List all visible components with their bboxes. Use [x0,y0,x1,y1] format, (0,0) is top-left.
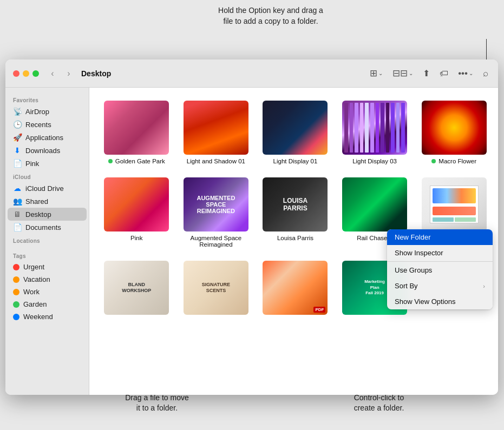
file-item-signature[interactable]: SIGNATURESCENTS [178,256,255,322]
group-chevron-icon: ⌄ [409,70,413,76]
sidebar-item-vacation[interactable]: Vacation [8,273,87,286]
file-label: Light Display 01 [273,158,318,164]
file-item-golden-gate-park[interactable]: Golden Gate Park [98,96,175,169]
sidebar-item-airdrop[interactable]: 📡 AirDrop [8,105,87,118]
main-content: Golden Gate Park Light and Shadow 01 Lig… [89,88,498,395]
documents-icon: 📄 [13,223,22,231]
file-item-pink[interactable]: Pink [98,173,175,252]
traffic-lights [13,70,39,77]
sidebar-label: Documents [25,223,61,231]
sidebar-item-documents[interactable]: 📄 Documents [8,221,87,234]
thumbnail-preview [422,177,487,231]
stripe [386,103,390,153]
sidebar-item-pink[interactable]: 📄 Pink [8,157,87,170]
view-chevron-icon: ⌄ [378,70,383,76]
sidebar-section-favorites: Favorites [5,93,89,105]
thumbnail-light-shadow [184,101,248,155]
thumbnail-pink [104,177,169,231]
sidebar-item-shared[interactable]: 👥 Shared [8,195,87,208]
sidebar-label: Shared [25,197,48,206]
sig-text: SIGNATURESCENTS [202,282,230,294]
thumbnail-macro-flower [422,101,487,155]
desktop-icon: 🖥 [13,210,22,219]
ellipsis-icon: ••• [458,68,468,79]
sidebar-item-urgent[interactable]: Urgent [8,261,87,273]
file-label: Louisa Parris [277,235,313,241]
context-menu-show-view-options[interactable]: Show View Options [387,294,493,309]
recents-icon: 🕒 [13,120,22,129]
garden-dot [13,301,19,308]
file-label: Augmented Space Reimagined [181,235,251,248]
minimize-button[interactable] [23,70,29,77]
sidebar-label: Recents [25,121,51,129]
sidebar-item-recents[interactable]: 🕒 Recents [8,118,87,131]
sidebar-label: Pink [25,160,39,168]
annotation-bottom-right: Control-click to create a folder. [325,393,433,414]
context-menu-sort-by[interactable]: Sort By › [387,278,493,294]
file-item-louisa[interactable]: LOUISAPARRIS Louisa Parris [257,173,334,252]
thumbnail-signature: SIGNATURESCENTS [184,261,248,315]
sidebar-label: Weekend [23,313,53,321]
file-item-light-shadow[interactable]: Light and Shadow 01 [178,96,255,169]
file-item-light-display-03[interactable]: Light Display 03 [336,96,414,169]
stripe [360,103,364,153]
sidebar-item-weekend[interactable]: Weekend [8,310,87,323]
grid-icon: ⊞ [370,68,377,79]
preview-doc-inner [430,186,479,223]
more-button[interactable]: ••• ⌄ [456,66,475,81]
share-icon: ⬆ [423,68,430,78]
context-menu-use-groups[interactable]: Use Groups [387,262,493,278]
sidebar-item-desktop[interactable]: 🖥 Desktop [8,208,87,221]
stripe [391,103,395,153]
file-item-macro-flower[interactable]: Macro Flower [415,96,493,169]
sidebar-label: iCloud Drive [25,184,64,193]
thumbnail-light-display-03 [342,101,407,155]
group-icon: ⊟⊟ [392,68,408,79]
use-groups-label: Use Groups [395,266,432,274]
stripe [350,103,354,153]
tag-button[interactable]: 🏷 [437,67,450,81]
stripe [365,103,369,153]
sidebar-label: Applications [25,134,63,142]
context-menu-show-inspector[interactable]: Show Inspector [387,245,493,261]
group-view-button[interactable]: ⊟⊟ ⌄ [390,65,415,81]
sort-by-chevron-icon: › [483,283,485,289]
forward-button[interactable]: › [63,68,75,80]
sidebar-item-icloud-drive[interactable]: ☁ iCloud Drive [8,182,87,195]
sidebar-label: AirDrop [25,108,49,116]
louisa-text: LOUISAPARRIS [283,197,307,213]
sidebar-label: Urgent [23,263,44,271]
stripe [396,103,400,153]
close-button[interactable] [13,70,19,77]
thumbnail-augmented: AUGMENTEDSPACEREIMAGINED [184,177,248,231]
file-label: Golden Gate Park [108,158,165,164]
file-item-farmers[interactable]: PDF [257,256,334,322]
sidebar: Favorites 📡 AirDrop 🕒 Recents 🚀 Applicat… [5,88,89,395]
file-item-augmented[interactable]: AUGMENTEDSPACEREIMAGINED Augmented Space… [178,173,255,252]
aug-text: AUGMENTEDSPACEREIMAGINED [194,193,237,216]
urgent-dot [13,264,19,270]
context-menu: New Folder Show Inspector Use Groups Sor… [387,229,493,309]
maximize-button[interactable] [32,70,39,77]
share-button[interactable]: ⬆ [421,66,432,81]
thumbnail-golden-gate-park [104,101,169,155]
sidebar-item-garden[interactable]: Garden [8,298,87,310]
file-item-light-display-01[interactable]: Light Display 01 [257,96,334,169]
sort-by-label: Sort By [395,282,418,290]
stripe [381,103,384,153]
sidebar-label: Vacation [23,275,50,283]
more-chevron-icon: ⌄ [469,70,473,76]
search-button[interactable]: ⌕ [481,66,490,81]
airdrop-icon: 📡 [13,107,22,116]
thumbnail-bland: BLANDWORKSHOP [104,261,169,315]
pink-icon: 📄 [13,159,22,168]
sidebar-item-downloads[interactable]: ⬇ Downloads [8,144,87,157]
view-toggle-button[interactable]: ⊞ ⌄ [368,65,385,81]
thumbnail-rail [342,177,407,231]
context-menu-new-folder[interactable]: New Folder [387,229,493,245]
sidebar-item-work[interactable]: Work [8,286,87,298]
sidebar-item-applications[interactable]: 🚀 Applications [8,131,87,144]
file-item-bland[interactable]: BLANDWORKSHOP [98,256,175,322]
back-button[interactable]: ‹ [47,68,58,80]
bland-text: BLANDWORKSHOP [122,282,151,294]
